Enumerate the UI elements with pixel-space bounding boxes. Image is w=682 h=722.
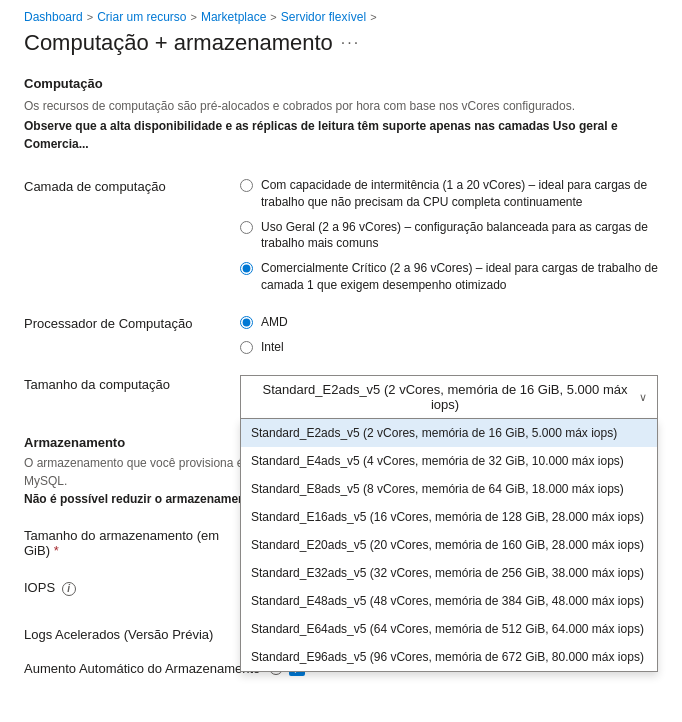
logs-label: Logs Acelerados (Versão Prévia) [24,625,224,642]
tamanho-option-e8ads[interactable]: Standard_E8ads_v5 (8 vCores, memória de … [241,475,657,503]
camada-radio-general[interactable] [240,221,253,234]
computacao-desc1: Os recursos de computação são pré-alocad… [24,97,658,115]
breadcrumb-sep-3: > [270,11,276,23]
processador-option-intel[interactable]: Intel [240,339,658,356]
tamanho-option-e16ads[interactable]: Standard_E16ads_v5 (16 vCores, memória d… [241,503,657,531]
processador-label-intel: Intel [261,339,658,356]
aumento-label: Aumento Automático do Armazenamento [24,661,260,676]
computacao-section-title: Computação [24,76,658,91]
processador-label-amd: AMD [261,314,658,331]
processador-radio-intel[interactable] [240,341,253,354]
processador-radio-amd[interactable] [240,316,253,329]
camada-radio-critical[interactable] [240,262,253,275]
breadcrumb-servidor[interactable]: Servidor flexível [281,10,366,24]
required-marker: * [54,543,59,558]
processador-label: Processador de Computação [24,314,224,331]
camada-control: Com capacidade de intermitência (1 a 20 … [240,177,658,294]
camada-label: Camada de computação [24,177,224,194]
camada-option-burst[interactable]: Com capacidade de intermitência (1 a 20 … [240,177,658,211]
processador-row: Processador de Computação AMD Intel [24,304,658,366]
tamanho-option-e48ads[interactable]: Standard_E48ads_v5 (48 vCores, memória d… [241,587,657,615]
tamanho-dropdown-value: Standard_E2ads_v5 (2 vCores, memória de … [251,382,639,412]
camada-label-burst: Com capacidade de intermitência (1 a 20 … [261,177,658,211]
tamanho-option-e96ads[interactable]: Standard_E96ads_v5 (96 vCores, memória d… [241,643,657,671]
tamanho-armazenamento-label: Tamanho do armazenamento (em GiB) * [24,526,224,558]
tamanho-option-e2ads[interactable]: Standard_E2ads_v5 (2 vCores, memória de … [241,419,657,447]
iops-info-icon[interactable]: i [62,582,76,596]
tamanho-dropdown-menu: Standard_E2ads_v5 (2 vCores, memória de … [240,419,658,672]
tamanho-dropdown-btn[interactable]: Standard_E2ads_v5 (2 vCores, memória de … [240,375,658,419]
camada-label-general: Uso Geral (2 a 96 vCores) – configuração… [261,219,658,253]
iops-label: IOPS i [24,578,224,596]
page-title-menu[interactable]: ··· [341,34,360,52]
tamanho-option-e20ads[interactable]: Standard_E20ads_v5 (20 vCores, memória d… [241,531,657,559]
page-title: Computação + armazenamento ··· [24,30,658,56]
breadcrumb-criar[interactable]: Criar um recurso [97,10,186,24]
processador-option-amd[interactable]: AMD [240,314,658,331]
camada-option-critical[interactable]: Comercialmente Crítico (2 a 96 vCores) –… [240,260,658,294]
tamanho-option-e4ads[interactable]: Standard_E4ads_v5 (4 vCores, memória de … [241,447,657,475]
chevron-down-icon: ∨ [639,391,647,404]
tamanho-dropdown-wrapper: Standard_E2ads_v5 (2 vCores, memória de … [240,375,658,419]
breadcrumb-sep-2: > [191,11,197,23]
breadcrumb: Dashboard > Criar um recurso > Marketpla… [24,0,658,30]
breadcrumb-sep-1: > [87,11,93,23]
tamanho-computacao-label: Tamanho da computação [24,375,224,392]
camada-row: Camada de computação Com capacidade de i… [24,167,658,304]
tamanho-option-e64ads[interactable]: Standard_E64ads_v5 (64 vCores, memória d… [241,615,657,643]
breadcrumb-marketplace[interactable]: Marketplace [201,10,266,24]
tamanho-option-e32ads[interactable]: Standard_E32ads_v5 (32 vCores, memória d… [241,559,657,587]
tamanho-computacao-control: Standard_E2ads_v5 (2 vCores, memória de … [240,375,658,419]
camada-radio-group: Com capacidade de intermitência (1 a 20 … [240,177,658,294]
camada-radio-burst[interactable] [240,179,253,192]
breadcrumb-dashboard[interactable]: Dashboard [24,10,83,24]
computacao-desc2: Observe que a alta disponibilidade e as … [24,117,658,153]
tamanho-computacao-row: Tamanho da computação Standard_E2ads_v5 … [24,365,658,429]
camada-label-critical: Comercialmente Crítico (2 a 96 vCores) –… [261,260,658,294]
breadcrumb-sep-4: > [370,11,376,23]
camada-option-general[interactable]: Uso Geral (2 a 96 vCores) – configuração… [240,219,658,253]
processador-control: AMD Intel [240,314,658,356]
processador-radio-group: AMD Intel [240,314,658,356]
